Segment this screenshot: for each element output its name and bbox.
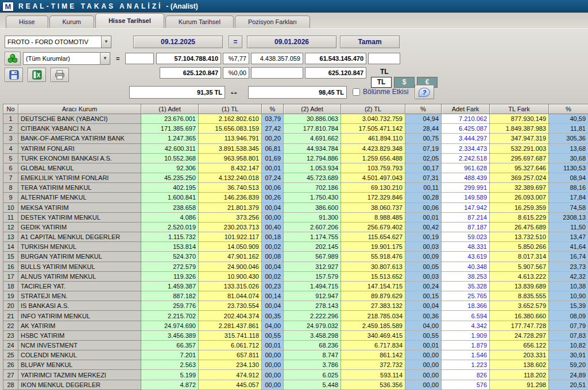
period2-adet-total-field[interactable]	[160, 67, 221, 79]
split-effect-checkbox[interactable]	[353, 88, 360, 96]
table-row[interactable]: 1DEUTSCHE BANK (YABANCI)23.676.0012.162.…	[3, 114, 588, 124]
table-row[interactable]: 9ALTERNATIF MENKUL1.600.841146.236.83900…	[3, 193, 588, 202]
printer-icon	[55, 70, 65, 80]
currency-usd-button[interactable]: $	[394, 77, 415, 88]
table-row[interactable]: 22AK YATIRIM24.974.6902.281.437.86104,00…	[3, 321, 588, 330]
cell-broker: IKON MENKUL DEGERLER	[18, 380, 141, 389]
tab-hisse-tarihsel[interactable]: Hisse Tarihsel	[95, 13, 164, 28]
mid-value2-field[interactable]	[251, 67, 303, 79]
table-row[interactable]: 3BANK-OF-AMERICA YATIRIM BANK1.247.36511…	[3, 134, 588, 143]
ok-button[interactable]: Tamam	[340, 36, 400, 48]
cell-pct1: 00,00	[262, 380, 284, 389]
column-header-tl2[interactable]: (2) TL	[341, 104, 405, 114]
tab-kurum-tarihsel[interactable]: Kurum Tarihsel	[165, 15, 234, 28]
cell-adet-fark: 59.023	[442, 232, 490, 242]
cell-broker: BULLS YATIRIM MENKUL	[18, 262, 141, 271]
price-to-field[interactable]	[248, 86, 347, 99]
table-row[interactable]: 28IKON MENKUL DEGERLER4.872445.05700,005…	[3, 380, 588, 389]
column-header-pct-fark[interactable]: %	[549, 104, 588, 114]
cell-tl-fark: 8.615.229	[490, 212, 549, 222]
filter-input[interactable]	[125, 53, 154, 64]
table-row[interactable]: 26BLUPAY MENKUL2.563234.13000,003.786372…	[3, 360, 588, 370]
help-button[interactable]: ?	[415, 85, 434, 99]
period1-adet-total-field[interactable]	[156, 53, 221, 64]
table-row[interactable]: 7EMEKLILIK YATIRIM FONLARI45.235.2504.13…	[3, 173, 588, 183]
table-row[interactable]: 17ALNUS YATIRIM MENKUL119.32610.900.4300…	[3, 271, 588, 281]
table-row[interactable]: 23HSBC YATIRIM3.456.389315.741.11800,553…	[3, 330, 588, 340]
cell-no: 22	[3, 321, 18, 330]
date-to-button[interactable]: 09.01.2026	[247, 36, 336, 48]
table-row[interactable]: 4YATIRIM FONLARI42.600.3113.891.538.3450…	[3, 143, 588, 153]
mid-value-field[interactable]	[251, 53, 303, 64]
save-button[interactable]	[5, 68, 23, 82]
table-row[interactable]: 12GEDIK YATIRIM2.520.019230.203.71300,40…	[3, 222, 588, 232]
cell-broker: BURGAN YATIRIM MENKUL	[18, 252, 141, 262]
column-header-adet1[interactable]: (1) Adet	[141, 104, 199, 114]
cell-no: 7	[3, 173, 18, 183]
column-header-adet2[interactable]: (2) Adet	[284, 104, 341, 114]
tab-kurum[interactable]: Kurum	[49, 15, 94, 28]
period2-pct-field[interactable]	[223, 67, 249, 79]
column-header-no[interactable]: No	[3, 104, 18, 114]
table-row[interactable]: 24NCM INVESTMENT66.3576.061.71200,0168.2…	[3, 340, 588, 350]
table-row[interactable]: 10MEKSA YATIRIM238.65821.801.37900,04386…	[3, 202, 588, 212]
cell-pct2: 00,19	[405, 232, 442, 242]
date-from-button[interactable]: 09.12.2025	[133, 36, 223, 48]
column-header-tl1[interactable]: (1) TL	[199, 104, 262, 114]
cell-tl1: 21.801.379	[199, 202, 262, 212]
table-row[interactable]: 14TURKISH MENKUL153.81414.050.90900,0220…	[3, 242, 588, 252]
print-button[interactable]	[51, 68, 69, 82]
broker-group-button[interactable]	[5, 52, 21, 65]
table-row[interactable]: 6GLOBAL MENKUL92.3068.432.14700,011.053.…	[3, 163, 588, 173]
cell-pct2: 07,19	[405, 143, 442, 153]
cell-broker: TACIRLER YAT.	[18, 281, 141, 291]
column-header-adet-fark[interactable]: Adet Fark	[442, 104, 490, 114]
table-row[interactable]: 27YATIRIMCI TAZMIN MERKEZI5.199474.91200…	[3, 370, 588, 380]
period1-pct-field[interactable]	[223, 53, 249, 64]
table-row[interactable]: 5TURK EKONOMI BANKASI A.S.10.552.368963.…	[3, 153, 588, 163]
table-row[interactable]: 11DESTEK YATIRIM MENKUL4.086373.25600,00…	[3, 212, 588, 222]
cell-broker: BANK-OF-AMERICA YATIRIM BANK	[18, 134, 141, 143]
broker-select[interactable]: (Tüm Kurumlar) ▼	[23, 52, 110, 65]
cell-tl-fark: 369.257.024	[490, 173, 549, 183]
table-row[interactable]: 21INFO YATIRIM MENKUL2.215.702202.404.37…	[3, 311, 588, 321]
cell-adet1: 2.563	[141, 360, 199, 370]
table-row[interactable]: 20IS BANKASI A.S.259.77623.730.55400,042…	[3, 301, 588, 311]
chevron-down-icon[interactable]: ▼	[100, 53, 110, 64]
table-row[interactable]: 18TACIRLER YAT.1.459.387133.315.02600,23…	[3, 281, 588, 291]
window-title: REAL-TIME TAKAS ANALİZİ	[18, 2, 163, 10]
table-row[interactable]: 8TERA YATIRIM MENKUL402.19536.740.51300,…	[3, 183, 588, 193]
chevron-down-icon[interactable]: ▼	[101, 36, 111, 48]
stock-select[interactable]: FROTO - FORD OTOMOTIV ▼	[5, 36, 111, 48]
column-header-tl-fark[interactable]: TL Fark	[490, 104, 549, 114]
cell-tl2: 372.732	[341, 360, 405, 370]
cell-pct-fark: 08,09	[549, 311, 588, 321]
date-equals-button[interactable]: =	[229, 36, 242, 48]
column-header-broker[interactable]: Aracı Kurum	[18, 104, 141, 114]
cell-adet-fark: 1.909	[442, 330, 490, 340]
table-row[interactable]: 16BULLS YATIRIM MENKUL272.57924.900.0460…	[3, 262, 588, 271]
period2-tl-total-field[interactable]	[305, 67, 366, 79]
currency-tl-button[interactable]: TL	[371, 77, 392, 88]
cell-tl2: 2.459.185.589	[341, 321, 405, 330]
excel-export-button[interactable]: X	[28, 68, 46, 82]
table-row[interactable]: 15BURGAN YATIRIM MENKUL524.37047.901.162…	[3, 252, 588, 262]
cell-tl-fark: 8.835.555	[490, 291, 549, 301]
column-header-pct2[interactable]: %	[405, 104, 442, 114]
cell-pct-fark: 30,91	[549, 350, 588, 360]
extra-field[interactable]	[368, 53, 400, 64]
period1-tl-total-field[interactable]	[305, 53, 366, 64]
table-row[interactable]: 2CITIBANK YABANCI N.A171.385.69715.656.0…	[3, 124, 588, 134]
table-row[interactable]: 13A1 CAPITAL MENKUL DEGERLER1.115.732101…	[3, 232, 588, 242]
cell-adet1: 402.195	[141, 183, 199, 193]
tab-pozisyon-farklari[interactable]: Pozisyon Farkları	[235, 15, 310, 28]
price-from-field[interactable]	[129, 86, 225, 99]
cell-no: 13	[3, 232, 18, 242]
cell-tl-fark: 32.389.697	[490, 183, 549, 193]
column-header-pct1[interactable]: %	[262, 104, 284, 114]
table-row[interactable]: 25COLENDI MENKUL7.201657.81100,008.74786…	[3, 350, 588, 360]
table-row[interactable]: 19STRATEJI MEN.887.18281.044.07400,14912…	[3, 291, 588, 301]
cell-no: 1	[3, 114, 18, 124]
cell-adet1: 887.182	[141, 291, 199, 301]
tab-hisse[interactable]: Hisse	[6, 15, 48, 28]
